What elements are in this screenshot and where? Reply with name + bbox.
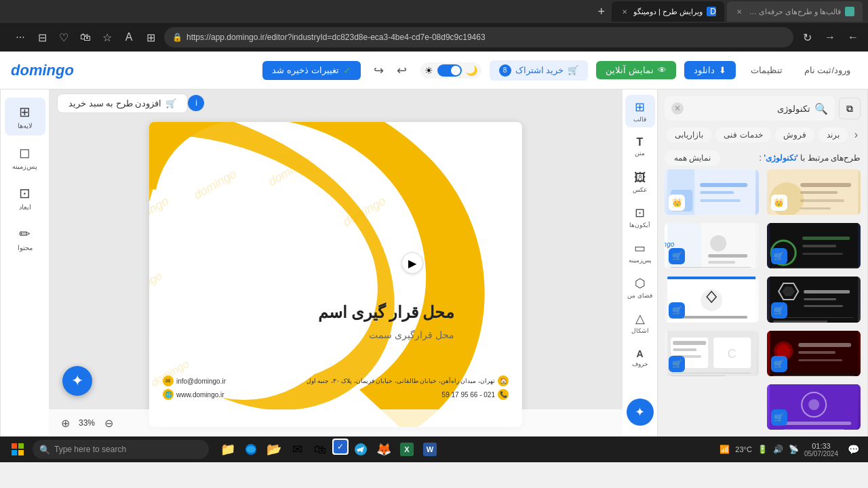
zoom-out-button[interactable]: ⊖ xyxy=(100,415,117,431)
taskbar-time[interactable]: 01:33 05/07/2024 xyxy=(804,442,838,458)
canvas-bottom: ⊕ 33% ⊖ xyxy=(49,409,623,436)
svg-rect-47 xyxy=(773,321,827,323)
battery-icon[interactable]: 🔋 xyxy=(757,445,768,454)
login-button[interactable]: ورود/ثبت نام xyxy=(797,61,857,79)
tab-close-2[interactable]: ✕ xyxy=(620,7,629,16)
address-bar[interactable]: 🔒 https://app.domingo.ir/editor?industry… xyxy=(164,27,793,47)
rp-bg-btn[interactable]: ▭ پس‌زمینه xyxy=(625,236,655,268)
svg-rect-12 xyxy=(800,207,831,209)
forward-button[interactable]: → xyxy=(821,28,840,47)
taskbar-app-firefox[interactable]: 🦊 xyxy=(373,439,395,460)
category-sale[interactable]: فروش xyxy=(775,127,814,142)
taskbar-app-todo[interactable]: ✓ xyxy=(332,439,349,455)
settings-button[interactable]: تنظیمات xyxy=(744,61,789,79)
design-thumb-1[interactable]: 👑 xyxy=(766,168,863,216)
volume-icon[interactable]: 🔊 xyxy=(773,445,783,454)
taskbar-app-explorer[interactable]: 📂 xyxy=(263,439,285,460)
design-thumb-8[interactable]: C 🛒 xyxy=(663,329,760,378)
svg-rect-26 xyxy=(802,237,850,240)
floating-add-button[interactable]: ✦ xyxy=(62,366,92,396)
rp-icons-btn[interactable]: ⊡ آیکون‌ها xyxy=(625,201,655,233)
tab-close-1[interactable]: ✕ xyxy=(735,7,743,16)
tab-favicon-2: D xyxy=(707,7,716,16)
design-thumb-5[interactable]: 🛒 xyxy=(766,275,863,323)
canvas-header: i 🛒 افزودن طرح به سبد خرید xyxy=(49,89,623,117)
theme-toggle[interactable]: 🌙 ☀ xyxy=(420,62,481,79)
rp-template-btn[interactable]: ⊞ قالب xyxy=(625,95,655,127)
zoom-in-button[interactable]: ⊕ xyxy=(57,415,73,431)
taskbar-app-excel[interactable]: X xyxy=(396,439,418,460)
browser-tab-inactive[interactable]: قالب‌ها و طرح‌های حرفه‌ای و رایگان ✕ xyxy=(727,1,863,22)
design-thumb-cart-5: 🛒 xyxy=(771,302,787,319)
info-button[interactable]: i xyxy=(188,95,204,111)
redo-button[interactable]: ↪ xyxy=(369,60,389,81)
start-button[interactable] xyxy=(5,440,30,459)
search-clear-button[interactable]: ✕ xyxy=(671,102,684,115)
taskbar-app-edge[interactable] xyxy=(240,439,262,460)
tool-pages[interactable]: ◻ پس‌زمینه xyxy=(5,138,45,176)
svg-rect-62 xyxy=(798,359,842,361)
toggle-track[interactable] xyxy=(437,64,462,77)
tool-template[interactable]: ⊞ لایه‌ها xyxy=(5,98,45,136)
design-thumb-6[interactable]: 🛒 xyxy=(663,275,760,323)
rp-ai-btn[interactable]: ✦ xyxy=(627,399,654,426)
taskbar-search[interactable]: 🔍 Type here to search xyxy=(33,440,209,459)
apps-button[interactable]: ⊞ xyxy=(141,28,160,47)
taskbar-app-telegram[interactable] xyxy=(350,439,372,460)
tool-dimensions[interactable]: ⊡ ابعاد xyxy=(5,179,45,217)
sidebar-button[interactable]: ⊟ xyxy=(33,28,52,47)
rp-text-btn[interactable]: T متن xyxy=(625,130,655,163)
favorites2-button[interactable]: ♡ xyxy=(54,28,73,47)
category-tech[interactable]: خدمات فنی xyxy=(715,127,770,142)
design-thumb-3[interactable]: $ 🛒 xyxy=(766,222,863,270)
shopping-button[interactable]: 🛍 xyxy=(76,28,95,47)
design-thumb-9[interactable]: 🛒 xyxy=(766,383,863,431)
collapse-panel-arrow[interactable]: ▶ xyxy=(401,252,423,274)
design-thumb-cart-7: 🛒 xyxy=(771,356,787,372)
category-brand[interactable]: برند xyxy=(818,127,848,142)
address-bar-row: ← → ↻ 🔒 https://app.domingo.ir/editor?in… xyxy=(0,23,868,52)
rp-fonts-btn[interactable]: A حروف xyxy=(625,342,655,374)
design-thumb-7[interactable]: 🛒 xyxy=(766,329,863,378)
show-all-button[interactable]: نمایش همه xyxy=(665,150,720,165)
subscribe-button[interactable]: 🛒 خرید اشتراک 8 xyxy=(490,60,589,81)
sun-icon: ☀ xyxy=(425,65,433,76)
cat-nav-prev[interactable]: ‹ xyxy=(852,127,861,142)
browser-tab-active[interactable]: D ویرایش طرح | دومینگو ✕ xyxy=(612,1,724,22)
tool-content[interactable]: ✏ محتوا xyxy=(5,220,45,258)
network-icon[interactable]: 📶 xyxy=(719,445,730,454)
rp-template-icon: ⊞ xyxy=(635,100,645,115)
rp-shapes-btn[interactable]: △ اشکال xyxy=(625,306,655,339)
notification-button[interactable]: 💬 xyxy=(844,440,863,459)
taskbar-app-mail[interactable]: ✉ xyxy=(286,439,308,460)
filter-button[interactable]: ⧉ xyxy=(839,98,861,119)
rp-image-btn[interactable]: 🖼 عکس xyxy=(625,165,655,198)
search-input-wrap[interactable]: 🔍 ✕ xyxy=(665,96,835,121)
translate-button[interactable]: A xyxy=(119,28,138,47)
save-changes-button[interactable]: ✓ تغییرات ذخیره شد xyxy=(262,61,360,80)
svg-rect-28 xyxy=(802,253,843,255)
online-show-button[interactable]: 👁 نمایش آنلاین xyxy=(596,61,676,79)
undo-button[interactable]: ↩ xyxy=(392,60,412,81)
canvas-wrapper[interactable]: domingo domingo domingo domingo domingo … xyxy=(149,122,522,427)
taskbar-app-word[interactable]: W xyxy=(419,439,441,460)
taskbar-app-store[interactable]: 🛍 xyxy=(309,439,331,460)
category-marketing[interactable]: بازاریابی xyxy=(667,127,711,142)
more-button[interactable]: ··· xyxy=(11,28,30,47)
download-button[interactable]: ⬇ دانلود xyxy=(684,61,736,79)
refresh-button[interactable]: ↻ xyxy=(797,28,816,47)
search-input[interactable] xyxy=(688,104,810,114)
design-thumb-4[interactable]: domingo 🛒 xyxy=(663,222,760,270)
svg-rect-82 xyxy=(783,429,844,431)
taskbar-app-files[interactable]: 📁 xyxy=(217,439,239,460)
add-to-cart-button[interactable]: 🛒 افزودن طرح به سبد خرید xyxy=(57,94,188,113)
svg-text:domingo: domingo xyxy=(266,153,313,188)
rp-myspace-btn[interactable]: ⬡ فضای من xyxy=(625,271,655,304)
design-thumb-2[interactable]: ✦ 👑 xyxy=(663,168,760,216)
design-thumb-crown-1: 👑 xyxy=(771,195,787,211)
wifi-icon[interactable]: 📡 xyxy=(789,445,799,454)
favorites-button[interactable]: ☆ xyxy=(98,28,117,47)
new-tab-button[interactable]: + xyxy=(593,5,609,19)
back-button[interactable]: ← xyxy=(844,28,863,47)
taskbar-search-icon: 🔍 xyxy=(39,445,50,455)
